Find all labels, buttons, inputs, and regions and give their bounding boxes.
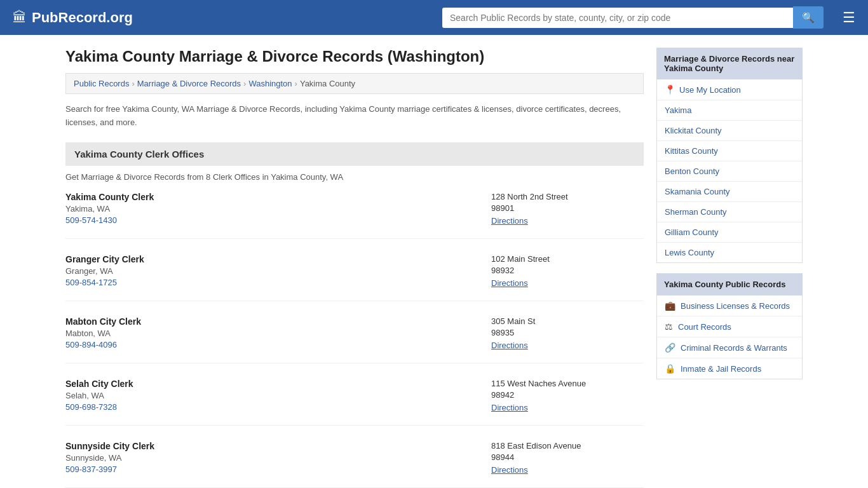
clerk-zip: 98944 xyxy=(491,452,644,462)
inmate-icon: 🔒 xyxy=(665,363,675,374)
clerk-name: Mabton City Clerk xyxy=(65,316,478,327)
clerk-address: 115 West Naches Avenue xyxy=(491,379,644,388)
sidebar-public-section: Yakima County Public Records 💼 Business … xyxy=(656,273,803,379)
clerk-entry: Sunnyside City Clerk Sunnyside, WA 509-8… xyxy=(65,441,644,488)
clerk-zip: 98901 xyxy=(491,203,644,213)
page-description: Search for free Yakima County, WA Marria… xyxy=(65,103,644,130)
clerk-left-3: Selah City Clerk Selah, WA 509-698-7328 xyxy=(65,379,478,412)
directions-link[interactable]: Directions xyxy=(491,403,528,412)
sidebar-item-sherman[interactable]: Sherman County xyxy=(657,202,802,222)
clerk-left-1: Granger City Clerk Granger, WA 509-854-1… xyxy=(65,254,478,288)
breadcrumb-sep-2: › xyxy=(243,79,246,88)
breadcrumb-sep-3: › xyxy=(295,79,297,88)
sidebar-nearby-section: Marriage & Divorce Records near Yakima C… xyxy=(656,48,803,263)
clerk-name: Yakima County Clerk xyxy=(65,192,478,202)
nearby-link-benton[interactable]: Benton County xyxy=(657,161,802,181)
nearby-link-klickitat[interactable]: Klickitat County xyxy=(657,121,802,140)
menu-icon: ☰ xyxy=(843,10,855,25)
sidebar-nearby-list: 📍 Use My Location Yakima Klickitat Count… xyxy=(656,79,803,263)
sidebar-item-gilliam[interactable]: Gilliam County xyxy=(657,222,802,243)
public-link-business[interactable]: Business Licenses & Records xyxy=(681,301,790,311)
directions-link[interactable]: Directions xyxy=(491,278,528,288)
clerk-phone[interactable]: 509-574-1430 xyxy=(65,215,478,225)
clerk-city: Selah, WA xyxy=(65,391,478,400)
clerk-right-3: 115 West Naches Avenue 98942 Directions xyxy=(478,379,644,412)
nearby-link-kittitas[interactable]: Kittitas County xyxy=(657,141,802,161)
search-button[interactable]: 🔍 xyxy=(793,6,824,29)
clerk-right-0: 128 North 2nd Street 98901 Directions xyxy=(478,192,644,226)
sidebar-public-criminal[interactable]: 🔗 Criminal Records & Warrants xyxy=(657,337,802,358)
public-link-inmate[interactable]: Inmate & Jail Records xyxy=(681,364,761,374)
court-icon: ⚖ xyxy=(665,322,673,332)
breadcrumb-washington[interactable]: Washington xyxy=(248,79,292,88)
clerk-zip: 98932 xyxy=(491,266,644,275)
clerk-left-4: Sunnyside City Clerk Sunnyside, WA 509-8… xyxy=(65,441,478,475)
nearby-link-skamania[interactable]: Skamania County xyxy=(657,182,802,201)
criminal-icon: 🔗 xyxy=(665,342,675,353)
use-location-label: Use My Location xyxy=(679,85,741,95)
clerk-phone[interactable]: 509-698-7328 xyxy=(65,402,478,412)
menu-button[interactable]: ☰ xyxy=(843,10,855,26)
clerk-right-4: 818 East Edison Avenue 98944 Directions xyxy=(478,441,644,475)
nearby-link-sherman[interactable]: Sherman County xyxy=(657,202,802,222)
use-location-link[interactable]: 📍 Use My Location xyxy=(657,79,802,100)
sidebar-public-header: Yakima County Public Records xyxy=(656,273,803,295)
clerk-right-2: 305 Main St 98935 Directions xyxy=(478,316,644,350)
public-link-court[interactable]: Court Records xyxy=(678,322,731,332)
breadcrumb-sep-1: › xyxy=(132,79,134,88)
section-sub: Get Marriage & Divorce Records from 8 Cl… xyxy=(65,172,644,182)
directions-link[interactable]: Directions xyxy=(491,341,528,350)
nearby-link-yakima[interactable]: Yakima xyxy=(657,100,802,120)
public-link-criminal[interactable]: Criminal Records & Warrants xyxy=(681,343,787,353)
sidebar-item-kittitas[interactable]: Kittitas County xyxy=(657,141,802,161)
search-icon: 🔍 xyxy=(802,12,815,23)
clerk-address: 305 Main St xyxy=(491,316,644,326)
clerk-address: 818 East Edison Avenue xyxy=(491,441,644,451)
clerk-phone[interactable]: 509-837-3997 xyxy=(65,464,478,474)
search-area: 🔍 xyxy=(442,6,824,29)
breadcrumb-public-records[interactable]: Public Records xyxy=(74,79,129,88)
sidebar-public-business[interactable]: 💼 Business Licenses & Records xyxy=(657,295,802,316)
sidebar-item-skamania[interactable]: Skamania County xyxy=(657,182,802,202)
clerk-right-1: 102 Main Street 98932 Directions xyxy=(478,254,644,288)
search-input[interactable] xyxy=(442,8,793,28)
site-header: 🏛 PubRecord.org 🔍 ☰ xyxy=(0,0,868,35)
logo-icon: 🏛 xyxy=(13,10,27,26)
breadcrumb-marriage-divorce[interactable]: Marriage & Divorce Records xyxy=(137,79,241,88)
clerk-phone[interactable]: 509-894-4096 xyxy=(65,340,478,349)
clerk-zip: 98942 xyxy=(491,390,644,400)
clerk-left-0: Yakima County Clerk Yakima, WA 509-574-1… xyxy=(65,192,478,226)
site-logo[interactable]: 🏛 PubRecord.org xyxy=(13,10,133,26)
section-header: Yakima County Clerk Offices xyxy=(65,142,644,166)
clerks-list: Yakima County Clerk Yakima, WA 509-574-1… xyxy=(65,192,644,488)
clerk-city: Granger, WA xyxy=(65,266,478,276)
clerk-address: 128 North 2nd Street xyxy=(491,192,644,201)
directions-link[interactable]: Directions xyxy=(491,216,528,226)
clerk-entry: Mabton City Clerk Mabton, WA 509-894-409… xyxy=(65,316,644,363)
sidebar-public-inmate[interactable]: 🔒 Inmate & Jail Records xyxy=(657,358,802,379)
clerk-city: Mabton, WA xyxy=(65,329,478,338)
sidebar-item-lewis[interactable]: Lewis County xyxy=(657,243,802,262)
nearby-link-gilliam[interactable]: Gilliam County xyxy=(657,222,802,242)
clerk-phone[interactable]: 509-854-1725 xyxy=(65,278,478,287)
breadcrumb: Public Records › Marriage & Divorce Reco… xyxy=(65,73,644,94)
location-pin-icon: 📍 xyxy=(665,85,675,95)
clerk-city: Yakima, WA xyxy=(65,204,478,214)
sidebar-public-list: 💼 Business Licenses & Records ⚖ Court Re… xyxy=(656,295,803,379)
sidebar-nearby-header: Marriage & Divorce Records near Yakima C… xyxy=(656,48,803,79)
sidebar-item-use-location[interactable]: 📍 Use My Location xyxy=(657,79,802,100)
clerk-city: Sunnyside, WA xyxy=(65,453,478,463)
directions-link[interactable]: Directions xyxy=(491,465,528,475)
nearby-link-lewis[interactable]: Lewis County xyxy=(657,243,802,262)
sidebar-item-yakima[interactable]: Yakima xyxy=(657,100,802,121)
main-container: Yakima County Marriage & Divorce Records… xyxy=(53,35,815,488)
business-icon: 💼 xyxy=(665,301,675,311)
clerk-entry: Yakima County Clerk Yakima, WA 509-574-1… xyxy=(65,192,644,239)
clerk-entry: Granger City Clerk Granger, WA 509-854-1… xyxy=(65,254,644,301)
sidebar-item-benton[interactable]: Benton County xyxy=(657,161,802,182)
main-content: Yakima County Marriage & Divorce Records… xyxy=(65,48,644,488)
clerk-left-2: Mabton City Clerk Mabton, WA 509-894-409… xyxy=(65,316,478,350)
sidebar-item-klickitat[interactable]: Klickitat County xyxy=(657,121,802,141)
clerk-name: Granger City Clerk xyxy=(65,254,478,264)
sidebar-public-court[interactable]: ⚖ Court Records xyxy=(657,316,802,337)
